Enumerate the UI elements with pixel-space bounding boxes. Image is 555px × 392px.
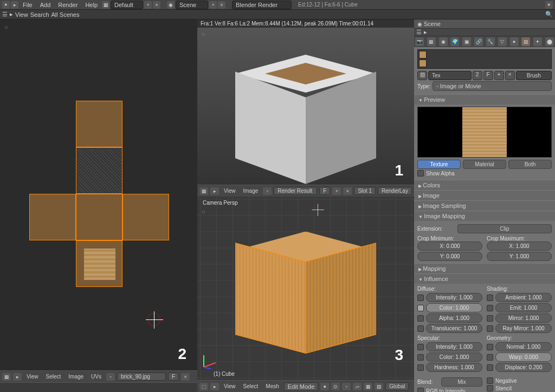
shading-icon[interactable]: ● [320, 383, 329, 390]
v3d-menu-mesh[interactable]: Mesh [263, 383, 281, 389]
blender-icon[interactable]: ✦ [2, 1, 10, 9]
intensity-checkbox[interactable] [417, 295, 424, 301]
crop-max-x[interactable]: X: 1.000 [487, 241, 552, 251]
preview-tab-both[interactable]: Both [508, 160, 552, 169]
tab-modifiers[interactable]: 🔧 [486, 37, 495, 46]
tab-world[interactable]: 🌍 [450, 37, 459, 46]
uv-face[interactable] [76, 194, 122, 240]
uv-menu-select[interactable]: Select [43, 374, 64, 380]
add-tex-icon[interactable]: + [494, 71, 504, 80]
outliner-search[interactable]: Search [30, 11, 49, 18]
engine-field[interactable]: Blender Render [232, 1, 292, 9]
preview-tab-texture[interactable]: Texture [417, 160, 461, 169]
sel-face-icon[interactable]: ▦ [364, 383, 372, 390]
tex-browse-icon[interactable]: ▨ [417, 71, 427, 80]
uv-face[interactable] [76, 240, 122, 287]
alpha-checkbox[interactable] [417, 315, 424, 322]
spec-hardness-checkbox[interactable] [417, 364, 424, 371]
tab-particles[interactable]: ✦ [533, 37, 542, 46]
panel-preview[interactable]: Preview [414, 94, 555, 104]
outliner-scene[interactable]: ◉ Scene [414, 19, 555, 29]
texture-slot[interactable] [419, 60, 427, 67]
diffuse-translucency[interactable]: Translucenc: 1.000 [426, 324, 482, 333]
del-layout-icon[interactable]: × [153, 1, 160, 9]
displace-checkbox[interactable] [487, 364, 493, 371]
geom-warp[interactable]: Warp: 0.000 [495, 352, 552, 362]
expand-icon[interactable]: ▸ [210, 187, 219, 195]
add-icon[interactable]: + [332, 187, 341, 195]
stencil-checkbox[interactable] [487, 385, 493, 391]
spec-color[interactable]: Color: 1.000 [426, 352, 482, 362]
outliner-filter[interactable]: All Scenes [51, 11, 95, 18]
shading-ambient[interactable]: Ambient: 1.000 [495, 293, 552, 302]
uv-menu-view[interactable]: View [24, 374, 41, 380]
layout-field[interactable]: Default [111, 1, 143, 9]
menu-file[interactable]: File [20, 2, 36, 8]
uv-face[interactable] [76, 101, 122, 147]
img-menu-image[interactable]: Image [241, 188, 261, 194]
expand-icon[interactable]: ▸ [424, 29, 427, 36]
search-icon[interactable]: 🔍 [545, 11, 553, 18]
uv-face[interactable] [122, 194, 169, 240]
view3d-viewport[interactable]: Camera Persp ○ (1) Cube 3 [197, 197, 414, 380]
crop-max-y[interactable]: Y: 1.000 [487, 252, 552, 261]
uv-face[interactable] [29, 194, 76, 240]
diffuse-alpha[interactable]: Alpha: 1.000 [426, 313, 482, 323]
panel-mapping[interactable]: Mapping [414, 263, 555, 273]
geom-normal[interactable]: Normal: 1.000 [495, 342, 552, 351]
texture-slot-list[interactable] [417, 49, 552, 69]
unlink-icon[interactable]: × [343, 187, 352, 195]
tab-constraints[interactable]: 🔗 [474, 37, 483, 46]
unlink-tex-icon[interactable]: × [505, 71, 515, 80]
uv-editor-icon[interactable]: ▦ [2, 373, 11, 381]
outliner-editor-icon[interactable]: ☰ [2, 11, 8, 18]
image-editor-icon[interactable]: ▦ [199, 187, 208, 195]
render-viewport[interactable]: ○ 1 [197, 28, 414, 185]
outliner-view[interactable]: View [15, 11, 28, 18]
props-editor-icon[interactable]: ☰ [416, 29, 422, 36]
add-layout-icon[interactable]: + [144, 1, 152, 9]
sel-vert-icon[interactable]: ▫ [342, 383, 351, 390]
raymirror-checkbox[interactable] [487, 325, 493, 332]
tab-texture[interactable]: ▨ [521, 37, 530, 46]
panel-image-sampling[interactable]: Image Sampling [414, 200, 555, 211]
tab-physics[interactable]: ⬤ [545, 37, 554, 46]
uv-menu-uvs[interactable]: UVs [88, 374, 104, 380]
menu-add[interactable]: Add [37, 2, 54, 8]
img-menu-view[interactable]: View [221, 188, 238, 194]
geom-displace[interactable]: Displace: 0.200 [495, 363, 552, 372]
crop-min-x[interactable]: X: 0.000 [417, 241, 482, 251]
spec-color-checkbox[interactable] [417, 354, 424, 361]
fake-user-button[interactable]: F [319, 187, 330, 195]
pivot-icon[interactable]: ⊙ [331, 383, 340, 390]
negative-checkbox[interactable] [487, 377, 493, 384]
rgb-intensity-checkbox[interactable] [417, 388, 424, 392]
tab-object[interactable]: ▣ [462, 37, 471, 46]
slot-field[interactable]: Slot 1 [354, 187, 376, 195]
spec-intensity-checkbox[interactable] [417, 344, 424, 350]
expand-icon[interactable]: ▸ [13, 373, 22, 381]
tab-layers[interactable]: ▦ [427, 37, 436, 46]
emit-checkbox[interactable] [487, 305, 493, 311]
image-icon[interactable]: ▫ [106, 373, 115, 381]
show-alpha-checkbox[interactable] [417, 170, 424, 177]
preview-tab-material[interactable]: Material [463, 160, 506, 169]
mode-selector[interactable]: Edit Mode [284, 382, 319, 391]
tab-data[interactable]: ▽ [498, 37, 507, 46]
layer-field[interactable]: RenderLay [378, 187, 412, 195]
limit-sel-icon[interactable]: ▨ [375, 383, 383, 390]
splash-icon[interactable]: ✦ [545, 1, 553, 9]
scene-field[interactable]: Scene [176, 1, 208, 9]
warp-checkbox[interactable] [487, 354, 493, 361]
extension-selector[interactable]: Clip [457, 224, 552, 233]
mirror-checkbox[interactable] [487, 315, 493, 322]
uv-menu-image[interactable]: Image [66, 374, 86, 380]
texture-name-field[interactable]: Tex [428, 71, 472, 80]
tab-render[interactable]: 📷 [415, 37, 424, 46]
v3d-menu-select[interactable]: Select [241, 383, 261, 389]
spec-intensity[interactable]: Intensity: 1.000 [426, 342, 482, 351]
fake-user-button[interactable]: F [168, 373, 179, 381]
orient-field[interactable]: Global [385, 382, 409, 390]
uv-image-field[interactable]: brick_90.jpg [117, 373, 166, 381]
sel-edge-icon[interactable]: ▱ [353, 383, 362, 390]
